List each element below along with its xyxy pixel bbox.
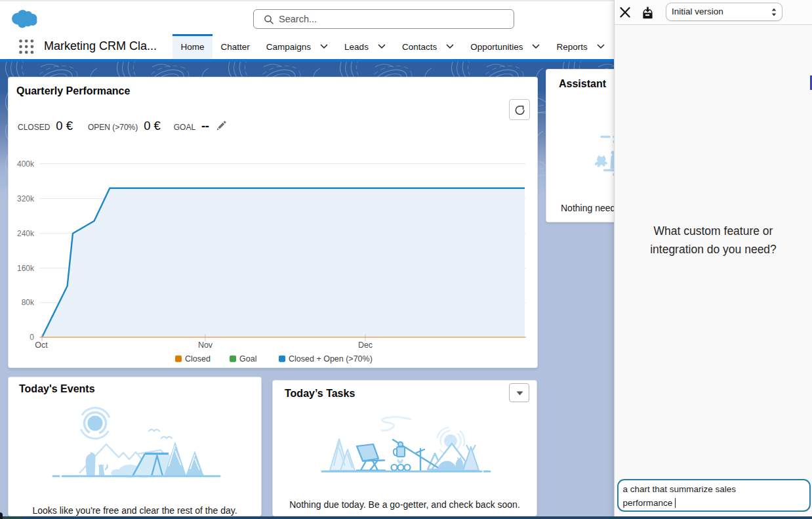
svg-text:0: 0: [30, 333, 34, 342]
svg-text:Goal: Goal: [239, 354, 256, 363]
svg-text:320k: 320k: [17, 194, 35, 203]
svg-text:160k: 160k: [17, 264, 35, 273]
svg-text:400k: 400k: [17, 159, 35, 169]
svg-text:80k: 80k: [22, 298, 35, 307]
svg-text:Nov: Nov: [198, 341, 213, 350]
svg-text:240k: 240k: [17, 229, 35, 238]
svg-text:Closed + Open (>70%): Closed + Open (>70%): [289, 354, 373, 363]
svg-text:Closed: Closed: [185, 354, 211, 363]
svg-text:Oct: Oct: [35, 341, 48, 350]
svg-text:Dec: Dec: [358, 341, 373, 350]
